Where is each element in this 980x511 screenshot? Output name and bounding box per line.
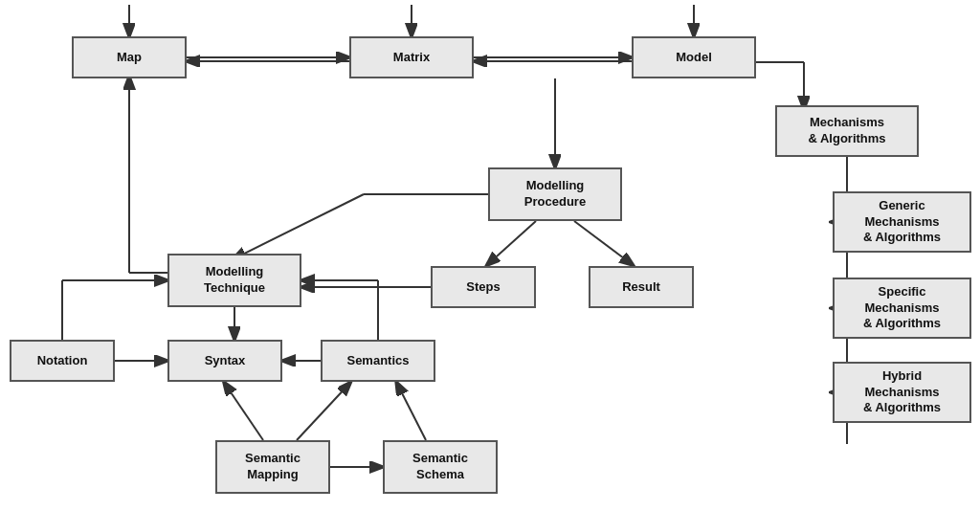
box-semantics: Semantics — [321, 340, 435, 382]
svg-line-28 — [225, 384, 263, 440]
box-generic: Generic Mechanisms & Algorithms — [833, 191, 971, 253]
box-modelling-technique: Modelling Technique — [167, 254, 301, 307]
box-hybrid: Hybrid Mechanisms & Algorithms — [833, 362, 971, 423]
box-semantic-mapping: Semantic Mapping — [215, 440, 330, 494]
box-mechanisms: Mechanisms & Algorithms — [775, 105, 919, 157]
box-syntax: Syntax — [167, 340, 282, 382]
box-model: Model — [632, 36, 756, 78]
box-result: Result — [589, 266, 694, 308]
box-semantic-schema: Semantic Schema — [383, 440, 498, 494]
svg-line-17 — [574, 221, 632, 264]
svg-line-29 — [297, 384, 349, 440]
svg-line-19 — [234, 194, 364, 258]
box-map: Map — [72, 36, 187, 78]
box-steps: Steps — [431, 266, 536, 308]
svg-line-16 — [488, 221, 536, 264]
diagram: Map Matrix Model Mechanisms & Algorithms… — [0, 0, 980, 511]
box-specific: Specific Mechanisms & Algorithms — [833, 278, 971, 339]
box-matrix: Matrix — [349, 36, 474, 78]
svg-line-30 — [397, 384, 426, 440]
box-modelling-procedure: Modelling Procedure — [488, 167, 622, 221]
box-notation: Notation — [10, 340, 115, 382]
